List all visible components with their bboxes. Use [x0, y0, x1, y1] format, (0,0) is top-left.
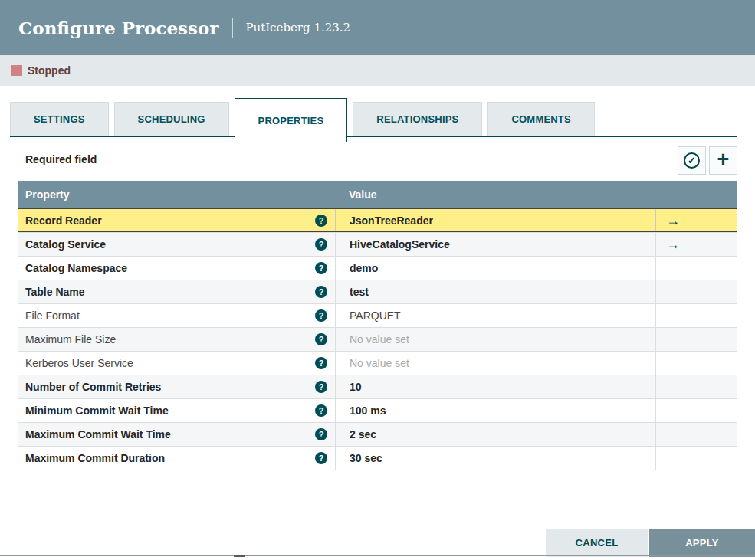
go-to-service-arrow-icon[interactable]: → — [666, 214, 680, 228]
help-question-icon[interactable]: ? — [315, 357, 327, 369]
property-name: Kerberos User Service — [25, 357, 133, 369]
plus-icon: + — [717, 149, 730, 170]
property-row-maximum-commit-duration[interactable]: Maximum Commit Duration?30 sec — [18, 446, 737, 470]
property-row-catalog-namespace[interactable]: Catalog Namespace?demo — [18, 256, 737, 280]
property-row-file-format[interactable]: File Format?PARQUET — [18, 303, 737, 327]
property-value-cell[interactable]: test — [335, 280, 655, 303]
property-value: demo — [350, 262, 378, 274]
property-name: File Format — [25, 309, 80, 322]
check-circle-icon: ✓ — [684, 152, 700, 169]
property-value: PARQUET — [350, 309, 401, 322]
tab-properties[interactable]: PROPERTIES — [235, 98, 348, 142]
property-value: test — [350, 286, 369, 298]
property-row-maximum-commit-wait-time[interactable]: Maximum Commit Wait Time?2 sec — [18, 422, 737, 446]
go-to-service-cell: → — [655, 209, 737, 231]
column-header-value: Value — [335, 188, 655, 201]
dialog-header: Configure Processor PutIceberg 1.23.2 — [0, 0, 755, 55]
tab-relationships[interactable]: RELATIONSHIPS — [353, 102, 482, 136]
configure-processor-dialog: Configure Processor PutIceberg 1.23.2 St… — [0, 0, 755, 560]
go-to-service-cell — [655, 304, 737, 327]
go-to-service-cell — [655, 352, 737, 375]
tab-strip: SETTINGSSCHEDULINGPROPERTIESRELATIONSHIP… — [10, 102, 737, 137]
go-to-service-cell — [655, 280, 737, 303]
help-question-icon[interactable]: ? — [315, 309, 327, 322]
help-question-icon[interactable]: ? — [315, 286, 327, 298]
property-value-cell[interactable]: JsonTreeReader — [335, 209, 655, 231]
property-name-cell: Number of Commit Retries? — [18, 375, 335, 398]
property-row-number-of-commit-retries[interactable]: Number of Commit Retries?10 — [18, 375, 737, 398]
help-question-icon[interactable]: ? — [315, 452, 327, 464]
property-name: Table Name — [25, 286, 85, 298]
table-header-row: Property Value — [18, 181, 737, 208]
status-bar: Stopped — [0, 55, 755, 86]
verify-properties-button[interactable]: ✓ — [678, 146, 706, 175]
property-value-cell[interactable]: 10 — [335, 375, 655, 398]
tab-settings[interactable]: SETTINGS — [10, 102, 109, 136]
property-row-catalog-service[interactable]: Catalog Service?HiveCatalogService→ — [18, 232, 737, 256]
property-name-cell: Catalog Service? — [18, 233, 335, 256]
dialog-title: Configure Processor — [18, 18, 218, 38]
help-question-icon[interactable]: ? — [315, 333, 327, 345]
go-to-service-cell — [655, 328, 737, 351]
property-value: 100 ms — [350, 404, 386, 417]
property-name: Record Reader — [25, 215, 102, 227]
property-row-minimum-commit-wait-time[interactable]: Minimum Commit Wait Time?100 ms — [18, 398, 737, 422]
property-value-cell[interactable]: 2 sec — [335, 423, 655, 446]
cancel-button[interactable]: CANCEL — [546, 529, 648, 557]
property-value: JsonTreeReader — [350, 215, 433, 227]
help-question-icon[interactable]: ? — [315, 238, 327, 251]
property-name-cell: Maximum Commit Wait Time? — [18, 423, 335, 446]
property-name: Number of Commit Retries — [25, 381, 161, 393]
tab-comments[interactable]: COMMENTS — [487, 102, 594, 136]
property-value-cell[interactable]: No value set — [335, 328, 655, 351]
properties-table: Property Value Record Reader?JsonTreeRea… — [18, 181, 737, 470]
help-question-icon[interactable]: ? — [315, 428, 327, 440]
property-value-placeholder: No value set — [350, 333, 409, 345]
help-question-icon[interactable]: ? — [315, 381, 327, 393]
property-name-cell: Kerberos User Service? — [18, 352, 335, 375]
property-value-cell[interactable]: demo — [335, 257, 655, 280]
property-name-cell: File Format? — [18, 304, 335, 327]
help-question-icon[interactable]: ? — [315, 404, 327, 417]
go-to-service-cell — [655, 447, 737, 470]
go-to-service-cell — [655, 375, 737, 398]
property-name-cell: Maximum Commit Duration? — [18, 447, 335, 470]
title-divider — [232, 18, 233, 38]
property-name: Maximum Commit Duration — [25, 452, 165, 464]
property-name-cell: Table Name? — [18, 280, 335, 303]
tab-scheduling[interactable]: SCHEDULING — [114, 102, 229, 136]
property-value-cell[interactable]: HiveCatalogService — [335, 233, 655, 256]
property-value: HiveCatalogService — [350, 238, 450, 251]
property-name: Minimum Commit Wait Time — [25, 404, 169, 417]
processor-name-version: PutIceberg 1.23.2 — [245, 21, 350, 34]
property-name: Catalog Service — [25, 238, 106, 251]
property-row-table-name[interactable]: Table Name?test — [18, 280, 737, 303]
property-row-maximum-file-size[interactable]: Maximum File Size?No value set — [18, 327, 737, 351]
help-question-icon[interactable]: ? — [315, 262, 327, 274]
property-name-cell: Maximum File Size? — [18, 328, 335, 351]
add-property-button[interactable]: + — [709, 146, 737, 175]
help-question-icon[interactable]: ? — [315, 215, 327, 227]
table-body: Record Reader?JsonTreeReader→Catalog Ser… — [18, 208, 737, 470]
property-name: Maximum File Size — [25, 333, 116, 345]
property-value: 2 sec — [350, 428, 376, 440]
property-value-cell[interactable]: PARQUET — [335, 304, 655, 327]
property-value-cell[interactable]: 100 ms — [335, 399, 655, 422]
apply-button[interactable]: APPLY — [649, 529, 755, 557]
bottom-edge-mark — [234, 555, 245, 557]
property-value-placeholder: No value set — [350, 357, 409, 369]
go-to-service-arrow-icon[interactable]: → — [666, 237, 680, 251]
property-value-cell[interactable]: 30 sec — [335, 447, 655, 470]
stopped-state-icon — [11, 65, 22, 76]
property-name: Maximum Commit Wait Time — [25, 428, 171, 440]
column-header-property: Property — [18, 188, 335, 201]
property-row-record-reader[interactable]: Record Reader?JsonTreeReader→ — [18, 208, 737, 232]
go-to-service-cell — [655, 257, 737, 280]
dialog-bottom-edge — [0, 555, 755, 556]
required-field-label: Required field — [25, 153, 97, 165]
property-value: 30 sec — [350, 452, 382, 464]
property-value-cell[interactable]: No value set — [335, 352, 655, 375]
go-to-service-cell: → — [655, 233, 737, 256]
property-row-kerberos-user-service[interactable]: Kerberos User Service?No value set — [18, 351, 737, 375]
property-name: Catalog Namespace — [25, 262, 127, 274]
